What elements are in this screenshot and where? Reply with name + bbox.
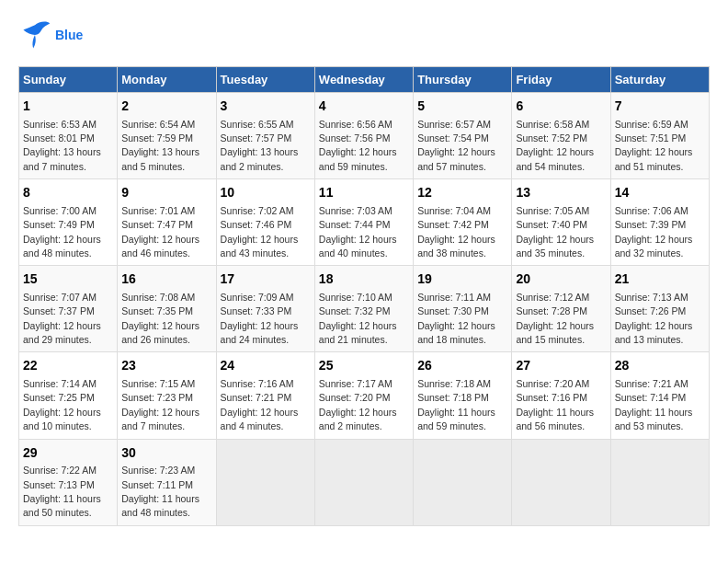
daylight-info: Daylight: 12 hours and 35 minutes. [516,234,594,259]
daylight-info: Daylight: 12 hours and 38 minutes. [417,234,495,259]
sunrise-info: Sunrise: 7:17 AM [319,378,392,389]
day-cell [314,439,413,525]
sunset-info: Sunset: 7:46 PM [221,219,292,230]
daylight-info: Daylight: 12 hours and 54 minutes. [516,146,594,171]
day-number: 16 [121,270,211,289]
day-cell: 22 Sunrise: 7:14 AM Sunset: 7:25 PM Dayl… [19,352,118,439]
day-cell: 18 Sunrise: 7:10 AM Sunset: 7:32 PM Dayl… [314,266,413,352]
day-cell: 3 Sunrise: 6:55 AM Sunset: 7:57 PM Dayli… [216,93,314,179]
sunrise-info: Sunrise: 7:00 AM [23,205,97,216]
daylight-info: Daylight: 12 hours and 32 minutes. [615,234,693,259]
day-cell: 28 Sunrise: 7:21 AM Sunset: 7:14 PM Dayl… [610,352,709,439]
day-cell: 17 Sunrise: 7:09 AM Sunset: 7:33 PM Dayl… [216,266,314,352]
daylight-info: Daylight: 12 hours and 4 minutes. [221,407,299,431]
daylight-info: Daylight: 12 hours and 59 minutes. [319,146,397,171]
day-number: 19 [417,270,507,289]
sunrise-info: Sunrise: 7:07 AM [23,292,97,303]
daylight-info: Daylight: 11 hours and 56 minutes. [516,407,594,431]
day-number: 29 [23,444,113,463]
sunset-info: Sunset: 7:32 PM [319,305,391,316]
day-number: 6 [516,98,606,116]
daylight-info: Daylight: 12 hours and 24 minutes. [221,320,299,345]
daylight-info: Daylight: 12 hours and 40 minutes. [319,234,397,259]
header-row: SundayMondayTuesdayWednesdayThursdayFrid… [19,67,710,93]
daylight-info: Daylight: 12 hours and 48 minutes. [23,234,101,259]
sunrise-info: Sunrise: 7:14 AM [23,378,97,389]
day-number: 2 [121,98,211,116]
sunrise-info: Sunrise: 7:20 AM [516,378,589,389]
logo-sub: Blue [55,28,83,42]
daylight-info: Daylight: 11 hours and 53 minutes. [615,407,693,431]
sunrise-info: Sunrise: 6:53 AM [23,119,97,130]
day-cell: 13 Sunrise: 7:05 AM Sunset: 7:40 PM Dayl… [512,179,610,266]
daylight-info: Daylight: 12 hours and 26 minutes. [121,320,199,345]
sunset-info: Sunset: 7:25 PM [23,392,95,403]
daylight-info: Daylight: 12 hours and 13 minutes. [615,320,693,345]
week-row-3: 15 Sunrise: 7:07 AM Sunset: 7:37 PM Dayl… [19,266,710,352]
col-header-friday: Friday [512,67,610,93]
sunset-info: Sunset: 7:26 PM [615,305,687,316]
daylight-info: Daylight: 12 hours and 46 minutes. [121,234,199,259]
page-header: Blue [18,18,710,52]
day-cell: 23 Sunrise: 7:15 AM Sunset: 7:23 PM Dayl… [118,352,216,439]
sunrise-info: Sunrise: 7:16 AM [221,378,294,389]
sunset-info: Sunset: 7:42 PM [417,219,489,230]
sunset-info: Sunset: 7:52 PM [516,132,587,144]
daylight-info: Daylight: 12 hours and 57 minutes. [417,146,495,171]
day-number: 20 [516,270,606,289]
sunset-info: Sunset: 7:33 PM [221,305,292,316]
sunset-info: Sunset: 7:21 PM [221,392,292,403]
sunrise-info: Sunrise: 7:02 AM [221,205,294,216]
day-cell: 16 Sunrise: 7:08 AM Sunset: 7:35 PM Dayl… [118,266,216,352]
sunset-info: Sunset: 7:18 PM [417,392,489,403]
daylight-info: Daylight: 11 hours and 48 minutes. [121,493,199,518]
daylight-info: Daylight: 12 hours and 29 minutes. [23,320,101,345]
col-header-thursday: Thursday [414,67,512,93]
sunset-info: Sunset: 7:35 PM [121,305,193,316]
sunset-info: Sunset: 8:01 PM [23,132,95,144]
sunrise-info: Sunrise: 7:18 AM [417,378,491,389]
sunrise-info: Sunrise: 7:21 AM [615,378,688,389]
sunrise-info: Sunrise: 7:11 AM [417,292,491,303]
day-number: 10 [221,184,311,202]
sunset-info: Sunset: 7:16 PM [516,392,587,403]
daylight-info: Daylight: 13 hours and 5 minutes. [121,146,199,171]
sunset-info: Sunset: 7:20 PM [319,392,391,403]
day-number: 4 [319,98,409,116]
daylight-info: Daylight: 13 hours and 7 minutes. [23,146,101,171]
day-cell: 26 Sunrise: 7:18 AM Sunset: 7:18 PM Dayl… [414,352,512,439]
sunset-info: Sunset: 7:37 PM [23,305,95,316]
daylight-info: Daylight: 12 hours and 7 minutes. [121,407,199,431]
col-header-saturday: Saturday [610,67,709,93]
sunset-info: Sunset: 7:30 PM [417,305,489,316]
day-cell: 30 Sunrise: 7:23 AM Sunset: 7:11 PM Dayl… [118,439,216,525]
day-cell: 24 Sunrise: 7:16 AM Sunset: 7:21 PM Dayl… [216,352,314,439]
daylight-info: Daylight: 12 hours and 18 minutes. [417,320,495,345]
day-cell: 2 Sunrise: 6:54 AM Sunset: 7:59 PM Dayli… [118,93,216,179]
calendar-table: SundayMondayTuesdayWednesdayThursdayFrid… [18,66,710,526]
day-number: 7 [615,98,705,116]
week-row-2: 8 Sunrise: 7:00 AM Sunset: 7:49 PM Dayli… [19,179,710,266]
day-cell: 27 Sunrise: 7:20 AM Sunset: 7:16 PM Dayl… [512,352,610,439]
sunset-info: Sunset: 7:49 PM [23,219,95,230]
sunset-info: Sunset: 7:57 PM [221,132,292,144]
week-row-5: 29 Sunrise: 7:22 AM Sunset: 7:13 PM Dayl… [19,439,710,525]
logo: Blue [18,18,83,52]
day-number: 21 [615,270,705,289]
sunrise-info: Sunrise: 7:03 AM [319,205,392,216]
day-cell: 10 Sunrise: 7:02 AM Sunset: 7:46 PM Dayl… [216,179,314,266]
sunrise-info: Sunrise: 7:10 AM [319,292,392,303]
sunset-info: Sunset: 7:11 PM [121,479,193,490]
day-number: 23 [121,357,211,375]
day-cell: 19 Sunrise: 7:11 AM Sunset: 7:30 PM Dayl… [414,266,512,352]
sunrise-info: Sunrise: 7:05 AM [516,205,589,216]
day-number: 22 [23,357,113,375]
day-cell: 1 Sunrise: 6:53 AM Sunset: 8:01 PM Dayli… [19,93,118,179]
daylight-info: Daylight: 12 hours and 21 minutes. [319,320,397,345]
sunrise-info: Sunrise: 6:54 AM [121,119,195,130]
day-number: 5 [417,98,507,116]
day-cell: 11 Sunrise: 7:03 AM Sunset: 7:44 PM Dayl… [314,179,413,266]
col-header-wednesday: Wednesday [314,67,413,93]
day-cell: 7 Sunrise: 6:59 AM Sunset: 7:51 PM Dayli… [610,93,709,179]
day-number: 14 [615,184,705,202]
